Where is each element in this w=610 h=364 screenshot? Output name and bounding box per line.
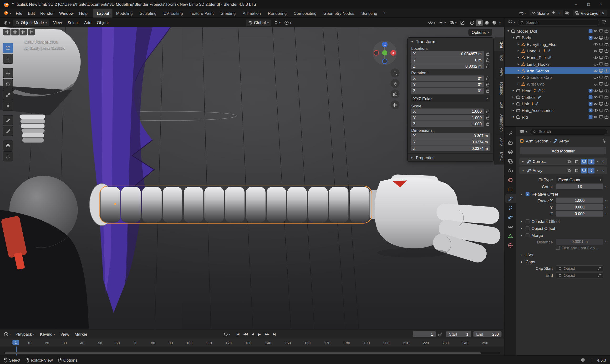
properties-tab-particles[interactable] (505, 203, 516, 212)
scale-tool-button[interactable] (3, 90, 13, 100)
disclosure-right-icon[interactable]: ▸ (516, 49, 521, 53)
new-scene-button[interactable] (550, 11, 556, 15)
eyedropper-icon[interactable] (597, 266, 601, 271)
show-on-cage-toggle[interactable] (566, 168, 572, 173)
exclude-checkbox[interactable]: ✓ (589, 108, 592, 112)
viewport-mini-toggle-4[interactable] (28, 29, 35, 36)
object-visibility-button[interactable]: ▾ (427, 20, 436, 25)
viewport-disable-toggle[interactable] (599, 68, 604, 73)
exclude-checkbox[interactable]: ✓ (589, 102, 592, 105)
first-last-checkbox[interactable] (556, 246, 560, 250)
viewport-menu-object[interactable]: Object (94, 18, 111, 27)
timeline-menu-marker[interactable]: Marker (72, 329, 90, 339)
caps-section[interactable]: ▾ Caps (519, 260, 608, 264)
sidebar-tab-xps[interactable]: XPS (494, 135, 504, 149)
minimize-button[interactable]: – (570, 1, 582, 8)
viewport-mini-toggle-3[interactable] (20, 29, 27, 36)
disclosure-right-icon[interactable]: ▸ (516, 76, 521, 79)
relative-offset-section[interactable]: ▾ ✓ Relative Offset (519, 192, 608, 196)
sidebar-tab-tool[interactable]: Tool (494, 51, 504, 65)
visibility-toggle[interactable] (593, 95, 598, 100)
sidebar-tab-animation[interactable]: Animation (494, 112, 504, 135)
menu-help[interactable]: Help (77, 9, 90, 18)
timeline-scrollbar[interactable] (4, 351, 500, 354)
render-disable-toggle[interactable] (604, 95, 609, 100)
outliner-row-arm-section[interactable]: ▸Arm Section (505, 67, 610, 74)
workspace-tab-compositing[interactable]: Compositing (290, 9, 320, 18)
outliner-row-limb-hooks[interactable]: ▸Limb_Hooks (505, 61, 610, 67)
object-offset-checkbox[interactable] (526, 226, 530, 230)
modifier-extras-button[interactable]: ▾ (596, 160, 599, 163)
lock-location-z-button[interactable] (485, 64, 490, 69)
visibility-toggle[interactable] (593, 42, 598, 47)
properties-tab-render[interactable] (505, 138, 516, 147)
sidebar-tab-item[interactable]: Item (494, 37, 504, 51)
menu-file[interactable]: File (13, 9, 25, 18)
add-workspace-button[interactable]: + (381, 10, 389, 16)
visibility-toggle[interactable] (593, 29, 598, 33)
properties-subpanel[interactable]: ▸ Properties (408, 153, 493, 160)
constant-offset-checkbox[interactable] (526, 219, 530, 223)
fit-type-dropdown[interactable]: Fixed Count ▾ (556, 177, 603, 183)
outliner-row-hand-l[interactable]: ▸Hand_L (505, 47, 610, 54)
pan-button[interactable] (390, 79, 400, 88)
viewport-disable-toggle[interactable] (599, 95, 604, 100)
exclude-checkbox[interactable]: ✓ (589, 115, 592, 119)
viewport-options-dropdown[interactable]: Options▾ (468, 29, 492, 36)
properties-tab-modifiers[interactable] (505, 194, 516, 203)
render-disable-toggle[interactable] (604, 68, 609, 73)
visibility-toggle[interactable] (593, 81, 598, 86)
properties-editor-type-button[interactable]: ▾ (519, 129, 528, 134)
object-offset-section[interactable]: ▸ Object Offset (519, 226, 608, 231)
visibility-toggle[interactable] (593, 35, 598, 40)
rotation-y-field[interactable]: Y0° (411, 82, 484, 87)
dimensions-y-field[interactable]: Y0.0374 m (411, 139, 490, 145)
render-disable-toggle[interactable] (604, 42, 609, 47)
visibility-toggle[interactable] (593, 48, 598, 53)
outliner-row-clothes[interactable]: ▸Clothes✓ (505, 94, 610, 100)
outliner-row-wrist-cap[interactable]: ▸Wrist Cap (505, 80, 610, 87)
animate-dot[interactable]: • (603, 198, 608, 202)
rotation-x-field[interactable]: X0° (411, 76, 484, 81)
playhead[interactable]: 1 (13, 340, 19, 345)
close-button[interactable]: × (595, 1, 607, 8)
disclosure-down-icon[interactable]: ▾ (521, 169, 525, 172)
extrude-tool-button[interactable] (3, 151, 13, 161)
modifier-remove-button[interactable]: × (600, 168, 605, 173)
viewport-disable-toggle[interactable] (599, 48, 604, 53)
viewport-disable-toggle[interactable] (599, 81, 604, 86)
jump-end-button[interactable]: ▶| (271, 331, 278, 337)
cap-start-object-field[interactable]: Object (556, 265, 603, 271)
disclosure-right-icon[interactable]: ▸ (516, 69, 521, 72)
proportional-edit-button[interactable]: ▾ (283, 20, 292, 25)
exclude-checkbox[interactable]: ✓ (589, 29, 592, 33)
timeline-ruler[interactable]: 1102030405060708090100110120130140150160… (0, 339, 504, 347)
disclosure-right-icon[interactable]: ▸ (521, 160, 525, 163)
lock-rotation-y-button[interactable] (485, 82, 490, 87)
animate-dot[interactable]: • (603, 205, 608, 209)
workspace-tab-layout[interactable]: Layout (93, 9, 113, 18)
sidebar-tab-edit[interactable]: Edit (494, 98, 504, 111)
workspace-tab-uv-editing[interactable]: UV Editing (160, 9, 186, 18)
factor-z-field[interactable]: 0.000 (556, 211, 603, 217)
timeline-menu-playback[interactable]: Playback▾ (13, 329, 37, 339)
workspace-tab-sculpting[interactable]: Sculpting (136, 9, 160, 18)
visibility-toggle[interactable] (593, 115, 598, 119)
play-button[interactable]: ▶ (256, 331, 262, 338)
gizmos-button[interactable]: ▾ (438, 20, 447, 25)
workspace-tab-shading[interactable]: Shading (217, 9, 239, 18)
mode-dropdown[interactable]: Object Mode ▾ (13, 19, 49, 26)
shading-wireframe-button[interactable] (469, 19, 476, 26)
navigation-gizmo[interactable]: Z X (372, 40, 398, 66)
constant-offset-section[interactable]: ▸ Constant Offset (519, 219, 608, 224)
relative-offset-checkbox[interactable]: ✓ (526, 192, 530, 196)
viewport-disable-toggle[interactable] (599, 75, 604, 79)
measure-tool-button[interactable] (3, 126, 13, 136)
render-disable-toggle[interactable] (604, 81, 609, 86)
shading-options-button[interactable]: ▾ (498, 21, 502, 24)
rotation-z-field[interactable]: Z0° (411, 88, 484, 94)
disclosure-right-icon[interactable]: ▸ (516, 55, 521, 59)
shading-solid-button[interactable] (476, 19, 483, 26)
exclude-checkbox[interactable]: ✓ (589, 95, 592, 99)
outliner-editor-type-button[interactable]: ▾ (506, 20, 516, 25)
